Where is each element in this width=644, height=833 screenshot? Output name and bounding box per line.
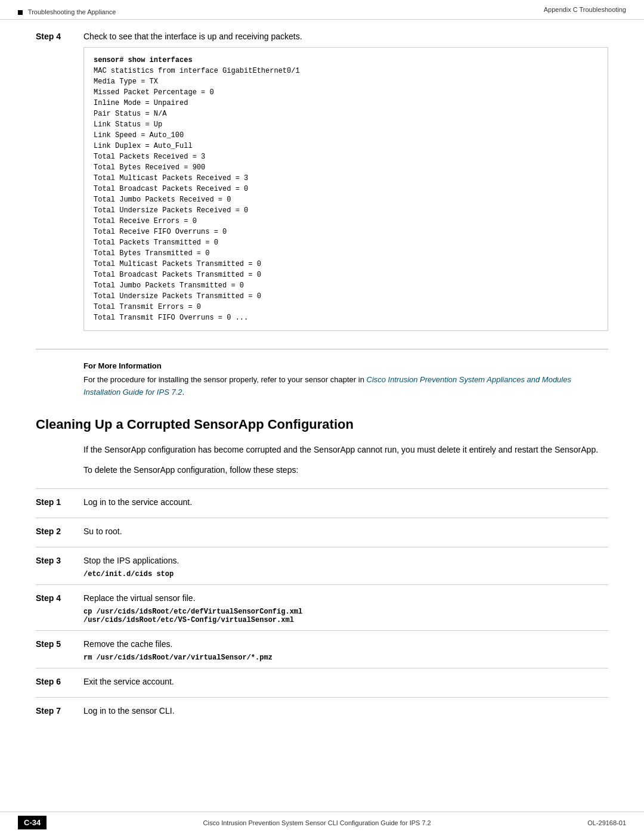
code-line-14: Total Undersize Packets Received = 0 [94, 206, 248, 215]
code-line-16: Total Receive FIFO Overruns = 0 [94, 228, 227, 236]
code-line-17: Total Packets Transmitted = 0 [94, 239, 218, 247]
cleaning-step-1-label: Step 1 [36, 497, 78, 507]
cleaning-step-5-content: Remove the cache files. rm /usr/cids/ids… [83, 639, 608, 662]
cleaning-step-4-label: Step 4 [36, 593, 78, 603]
cleaning-step-5-text: Remove the cache files. [83, 639, 608, 649]
info-text: For the procedure for installing the sen… [83, 374, 608, 399]
cleaning-step-6: Step 6 Exit the service account. [36, 668, 608, 697]
cleaning-step-4: Step 4 Replace the virtual sensor file. … [36, 584, 608, 630]
cleaning-step-7-content: Log in to the sensor CLI. [83, 706, 608, 720]
code-line-4: Inline Mode = Unpaired [94, 99, 188, 107]
cleaning-step-6-label: Step 6 [36, 677, 78, 686]
info-text-before: For the procedure for installing the sen… [83, 375, 367, 384]
main-content: Step 4 Check to see that the interface i… [0, 20, 644, 738]
step4-first-content: Check to see that the interface is up an… [83, 32, 608, 337]
cleaning-step-2-content: Su to root. [83, 527, 608, 541]
section-divider-1 [36, 349, 608, 349]
header-right: Appendix C Troubleshooting [544, 6, 626, 13]
info-heading: For More Information [83, 361, 608, 370]
cleaning-step-1-content: Log in to the service account. [83, 497, 608, 512]
cleaning-steps-list: Step 1 Log in to the service account. St… [36, 488, 608, 726]
code-block-interfaces: sensor# show interfaces MAC statistics f… [83, 47, 608, 331]
cleaning-step-7-label: Step 7 [36, 706, 78, 716]
code-command: sensor# show interfaces [94, 56, 193, 64]
code-line-22: Total Undersize Packets Transmitted = 0 [94, 292, 261, 301]
footer-doc-number: OL-29168-01 [587, 819, 626, 826]
code-line-11: Total Multicast Packets Received = 3 [94, 174, 248, 182]
step4-first-text: Check to see that the interface is up an… [83, 32, 608, 41]
footer-page-number: C-34 [18, 816, 47, 829]
cleaning-step-6-content: Exit the service account. [83, 677, 608, 691]
code-line-1: MAC statistics from interface GigabitEth… [94, 67, 300, 75]
code-line-3: Missed Packet Percentage = 0 [94, 88, 214, 97]
code-line-23: Total Transmit Errors = 0 [94, 303, 201, 311]
page-footer: C-34 Cisco Intrusion Prevention System S… [0, 812, 644, 833]
cleaning-step-5: Step 5 Remove the cache files. rm /usr/c… [36, 630, 608, 668]
code-line-5: Pair Status = N/A [94, 110, 166, 118]
cleaning-step-3-label: Step 3 [36, 556, 78, 565]
step4-first: Step 4 Check to see that the interface i… [36, 32, 608, 337]
cleaning-step-1: Step 1 Log in to the service account. [36, 488, 608, 518]
cleaning-step-2-text: Su to root. [83, 527, 608, 536]
cleaning-step-5-label: Step 5 [36, 639, 78, 649]
code-line-10: Total Bytes Received = 900 [94, 163, 205, 172]
code-line-19: Total Multicast Packets Transmitted = 0 [94, 260, 261, 268]
cleaning-step-3-code: /etc/init.d/cids stop [83, 570, 608, 578]
cleaning-step-3-content: Stop the IPS applications. /etc/init.d/c… [83, 556, 608, 578]
code-line-21: Total Jumbo Packets Transmitted = 0 [94, 281, 244, 290]
code-line-7: Link Speed = Auto_100 [94, 131, 184, 140]
code-line-6: Link Status = Up [94, 120, 162, 129]
cleaning-step-7-text: Log in to the sensor CLI. [83, 706, 608, 716]
cleaning-step-2: Step 2 Su to root. [36, 518, 608, 547]
code-line-18: Total Bytes Transmitted = 0 [94, 249, 209, 258]
code-line-20: Total Broadcast Packets Transmitted = 0 [94, 271, 261, 279]
code-line-24: Total Transmit FIFO Overruns = 0 ... [94, 314, 248, 322]
info-text-after: . [182, 388, 184, 397]
cleaning-step-4-content: Replace the virtual sensor file. cp /usr… [83, 593, 608, 624]
code-line-12: Total Broadcast Packets Received = 0 [94, 185, 248, 193]
code-line-9: Total Packets Received = 3 [94, 153, 205, 161]
cleaning-step-3-text: Stop the IPS applications. [83, 556, 608, 565]
page-header: Troubleshooting the Appliance Appendix C… [0, 0, 644, 20]
cleaning-step-2-label: Step 2 [36, 527, 78, 536]
cleaning-step-4-code: cp /usr/cids/idsRoot/etc/defVirtualSenso… [83, 608, 608, 624]
cleaning-step-6-text: Exit the service account. [83, 677, 608, 686]
cleaning-step-1-text: Log in to the service account. [83, 497, 608, 507]
code-line-15: Total Receive Errors = 0 [94, 217, 197, 225]
breadcrumb: Troubleshooting the Appliance [18, 8, 116, 16]
header-left: Troubleshooting the Appliance [18, 6, 116, 16]
cleaning-section-heading: Cleaning Up a Corrupted SensorApp Config… [36, 417, 608, 432]
cleaning-step-4-text: Replace the virtual sensor file. [83, 593, 608, 603]
footer-center-text: Cisco Intrusion Prevention System Sensor… [58, 819, 575, 826]
cleaning-step-5-code: rm /usr/cids/idsRoot/var/virtualSensor/*… [83, 654, 608, 662]
cleaning-step-3: Step 3 Stop the IPS applications. /etc/i… [36, 547, 608, 584]
for-more-info: For More Information For the procedure f… [83, 361, 608, 399]
cleaning-intro-2: To delete the SensorApp configuration, f… [83, 463, 608, 476]
cleaning-step-7: Step 7 Log in to the sensor CLI. [36, 697, 608, 726]
cleaning-intro-1: If the SensorApp configuration has becom… [83, 443, 608, 456]
code-line-13: Total Jumbo Packets Received = 0 [94, 196, 231, 204]
code-line-8: Link Duplex = Auto_Full [94, 142, 193, 150]
code-line-2: Media Type = TX [94, 78, 158, 86]
step4-first-label: Step 4 [36, 32, 78, 41]
